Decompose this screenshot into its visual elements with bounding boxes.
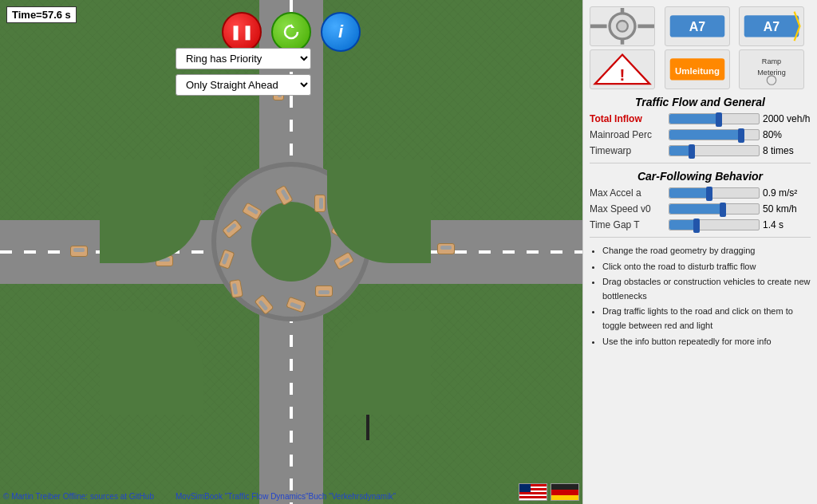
- language-flags: [519, 483, 579, 501]
- road-icon-ramp-metering[interactable]: Ramp Metering: [739, 49, 804, 89]
- max-accel-slider[interactable]: [669, 187, 760, 199]
- svg-text:A7: A7: [764, 20, 780, 33]
- timer-display: Time=57.6 s: [6, 6, 77, 23]
- mainroad-perc-value: 80%: [763, 129, 811, 140]
- svg-text:Umleitung: Umleitung: [675, 66, 720, 76]
- timewarp-row: Timewarp 8 times: [590, 145, 811, 156]
- priority-select[interactable]: Ring has Priority Road has Priority: [176, 48, 311, 69]
- credits: © Martin Treiber Offline: sources at Git…: [3, 492, 154, 501]
- total-inflow-label: Total Inflow: [590, 113, 665, 124]
- corner-grass-br: [327, 311, 431, 415]
- time-gap-row: Time Gap T 1.4 s: [590, 219, 811, 230]
- max-speed-label: Max Speed v0: [590, 203, 665, 215]
- max-accel-label: Max Accel a: [590, 187, 665, 199]
- us-flag[interactable]: [519, 483, 547, 501]
- mainroad-perc-slider[interactable]: [669, 129, 760, 140]
- car: [70, 246, 88, 257]
- offline-credit: Offline: sources at GitHub: [63, 492, 154, 501]
- max-accel-value: 0.9 m/s²: [763, 187, 811, 199]
- time-gap-slider[interactable]: [669, 219, 760, 230]
- book-link[interactable]: MovSimBook "Traffic Flow Dynamics"Buch "…: [176, 492, 396, 501]
- simulation-controls: ❚❚ i: [222, 12, 361, 52]
- tip-4: Drag traffic lights to the road and clic…: [602, 305, 811, 333]
- road-icon-umleitung[interactable]: Umleitung: [665, 49, 730, 89]
- svg-point-17: [768, 76, 776, 85]
- road-icon-highway[interactable]: A7: [665, 6, 730, 46]
- play-button[interactable]: [271, 12, 311, 52]
- road-icon-highway-2[interactable]: A7: [739, 6, 804, 46]
- svg-marker-0: [291, 24, 294, 28]
- right-panel: A7 A7 ! Umleitung Ramp: [582, 0, 817, 504]
- timewarp-value: 8 times: [763, 145, 811, 156]
- max-speed-slider[interactable]: [669, 203, 760, 215]
- tips-list: Change the road geometry by dragging Cli…: [590, 244, 811, 348]
- svg-text:Metering: Metering: [758, 69, 787, 77]
- timewarp-label: Timewarp: [590, 145, 665, 156]
- max-accel-row: Max Accel a 0.9 m/s²: [590, 187, 811, 199]
- car: [437, 243, 455, 254]
- svg-text:Ramp: Ramp: [762, 57, 781, 65]
- svg-text:!: !: [620, 65, 626, 84]
- corner-grass-bl: [100, 311, 203, 415]
- time-gap-label: Time Gap T: [590, 219, 665, 230]
- time-gap-value: 1.4 s: [763, 219, 811, 230]
- mainroad-perc-label: Mainroad Perc: [590, 129, 665, 140]
- total-inflow-slider[interactable]: [669, 113, 760, 124]
- divider-2: [590, 237, 811, 238]
- road-icon-warning[interactable]: !: [590, 49, 655, 89]
- road-type-icons: A7 A7 ! Umleitung Ramp: [590, 6, 811, 89]
- car: [314, 195, 326, 212]
- tip-3: Drag obstacles or construction vehicles …: [602, 275, 811, 303]
- max-speed-row: Max Speed v0 50 km/h: [590, 203, 811, 215]
- timewarp-slider[interactable]: [669, 145, 760, 156]
- tip-5: Use the info button repeatedly for more …: [602, 335, 811, 349]
- direction-select[interactable]: Only Straight Ahead All Directions: [176, 74, 311, 96]
- traffic-flow-title: Traffic Flow and General: [590, 96, 811, 108]
- tip-1: Change the road geometry by dragging: [602, 244, 811, 258]
- de-flag[interactable]: [551, 483, 579, 501]
- tip-2: Click onto the road to disturb traffic f…: [602, 260, 811, 274]
- max-speed-value: 50 km/h: [763, 203, 811, 215]
- divider-1: [590, 163, 811, 163]
- svg-text:A7: A7: [689, 20, 705, 33]
- simulation-area[interactable]: Time=57.6 s ❚❚ i Ring has Priority Road: [0, 0, 582, 504]
- total-inflow-value: 2000 veh/h: [763, 113, 811, 124]
- total-inflow-row: Total Inflow 2000 veh/h: [590, 113, 811, 124]
- car-following-title: Car-Following Behavior: [590, 170, 811, 183]
- info-button[interactable]: i: [321, 12, 361, 52]
- mainroad-perc-row: Mainroad Perc 80%: [590, 129, 811, 140]
- author-credit: © Martin Treiber: [3, 492, 61, 501]
- pause-button[interactable]: ❚❚: [222, 12, 262, 52]
- road-icon-roundabout-plain[interactable]: [590, 6, 655, 46]
- svg-point-2: [617, 21, 628, 32]
- scenario-controls: Ring has Priority Road has Priority Only…: [176, 48, 311, 96]
- car: [315, 285, 333, 297]
